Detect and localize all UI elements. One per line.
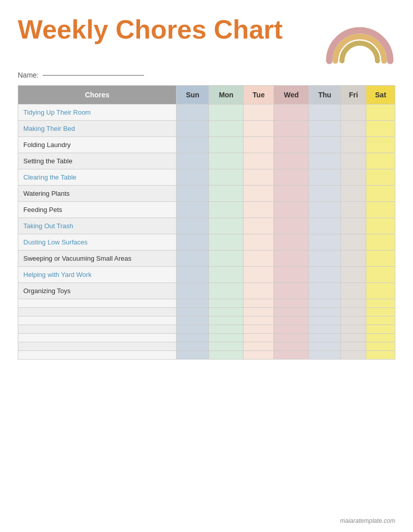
tue-cell[interactable] <box>244 308 274 316</box>
thu-cell[interactable] <box>309 153 341 169</box>
fri-cell[interactable] <box>341 104 366 121</box>
thu-cell[interactable] <box>309 351 341 360</box>
fri-cell[interactable] <box>341 186 366 202</box>
mon-cell[interactable] <box>209 186 244 202</box>
wed-cell[interactable] <box>274 325 309 334</box>
fri-cell[interactable] <box>341 299 366 308</box>
sat-cell[interactable] <box>366 121 395 137</box>
fri-cell[interactable] <box>341 267 366 283</box>
mon-cell[interactable] <box>209 334 244 342</box>
sun-cell[interactable] <box>177 121 209 137</box>
thu-cell[interactable] <box>309 267 341 283</box>
mon-cell[interactable] <box>209 351 244 360</box>
wed-cell[interactable] <box>274 186 309 202</box>
tue-cell[interactable] <box>244 316 274 325</box>
wed-cell[interactable] <box>274 267 309 283</box>
sun-cell[interactable] <box>177 351 209 360</box>
wed-cell[interactable] <box>274 334 309 342</box>
fri-cell[interactable] <box>341 342 366 351</box>
tue-cell[interactable] <box>244 104 274 121</box>
thu-cell[interactable] <box>309 334 341 342</box>
sun-cell[interactable] <box>177 251 209 267</box>
wed-cell[interactable] <box>274 137 309 153</box>
mon-cell[interactable] <box>209 316 244 325</box>
sun-cell[interactable] <box>177 169 209 186</box>
tue-cell[interactable] <box>244 342 274 351</box>
fri-cell[interactable] <box>341 169 366 186</box>
sat-cell[interactable] <box>366 267 395 283</box>
sat-cell[interactable] <box>366 351 395 360</box>
sun-cell[interactable] <box>177 299 209 308</box>
thu-cell[interactable] <box>309 121 341 137</box>
fri-cell[interactable] <box>341 137 366 153</box>
mon-cell[interactable] <box>209 234 244 251</box>
tue-cell[interactable] <box>244 121 274 137</box>
thu-cell[interactable] <box>309 316 341 325</box>
mon-cell[interactable] <box>209 267 244 283</box>
thu-cell[interactable] <box>309 283 341 299</box>
thu-cell[interactable] <box>309 137 341 153</box>
sun-cell[interactable] <box>177 325 209 334</box>
sat-cell[interactable] <box>366 153 395 169</box>
mon-cell[interactable] <box>209 283 244 299</box>
tue-cell[interactable] <box>244 351 274 360</box>
tue-cell[interactable] <box>244 169 274 186</box>
sun-cell[interactable] <box>177 342 209 351</box>
tue-cell[interactable] <box>244 283 274 299</box>
thu-cell[interactable] <box>309 251 341 267</box>
wed-cell[interactable] <box>274 342 309 351</box>
fri-cell[interactable] <box>341 325 366 334</box>
wed-cell[interactable] <box>274 169 309 186</box>
sat-cell[interactable] <box>366 186 395 202</box>
fri-cell[interactable] <box>341 334 366 342</box>
tue-cell[interactable] <box>244 137 274 153</box>
wed-cell[interactable] <box>274 299 309 308</box>
tue-cell[interactable] <box>244 186 274 202</box>
fri-cell[interactable] <box>341 351 366 360</box>
mon-cell[interactable] <box>209 299 244 308</box>
tue-cell[interactable] <box>244 325 274 334</box>
sun-cell[interactable] <box>177 202 209 218</box>
fri-cell[interactable] <box>341 234 366 251</box>
fri-cell[interactable] <box>341 308 366 316</box>
sat-cell[interactable] <box>366 169 395 186</box>
mon-cell[interactable] <box>209 153 244 169</box>
sat-cell[interactable] <box>366 202 395 218</box>
mon-cell[interactable] <box>209 121 244 137</box>
thu-cell[interactable] <box>309 325 341 334</box>
fri-cell[interactable] <box>341 121 366 137</box>
tue-cell[interactable] <box>244 202 274 218</box>
mon-cell[interactable] <box>209 325 244 334</box>
sat-cell[interactable] <box>366 325 395 334</box>
sat-cell[interactable] <box>366 218 395 234</box>
sun-cell[interactable] <box>177 104 209 121</box>
thu-cell[interactable] <box>309 342 341 351</box>
tue-cell[interactable] <box>244 234 274 251</box>
thu-cell[interactable] <box>309 104 341 121</box>
sat-cell[interactable] <box>366 104 395 121</box>
sat-cell[interactable] <box>366 234 395 251</box>
thu-cell[interactable] <box>309 202 341 218</box>
wed-cell[interactable] <box>274 251 309 267</box>
sun-cell[interactable] <box>177 234 209 251</box>
sun-cell[interactable] <box>177 283 209 299</box>
fri-cell[interactable] <box>341 283 366 299</box>
wed-cell[interactable] <box>274 202 309 218</box>
wed-cell[interactable] <box>274 234 309 251</box>
sat-cell[interactable] <box>366 308 395 316</box>
sun-cell[interactable] <box>177 218 209 234</box>
tue-cell[interactable] <box>244 299 274 308</box>
sun-cell[interactable] <box>177 186 209 202</box>
fri-cell[interactable] <box>341 202 366 218</box>
mon-cell[interactable] <box>209 104 244 121</box>
wed-cell[interactable] <box>274 104 309 121</box>
fri-cell[interactable] <box>341 316 366 325</box>
thu-cell[interactable] <box>309 234 341 251</box>
sat-cell[interactable] <box>366 342 395 351</box>
wed-cell[interactable] <box>274 283 309 299</box>
thu-cell[interactable] <box>309 299 341 308</box>
sat-cell[interactable] <box>366 316 395 325</box>
thu-cell[interactable] <box>309 308 341 316</box>
mon-cell[interactable] <box>209 342 244 351</box>
fri-cell[interactable] <box>341 251 366 267</box>
